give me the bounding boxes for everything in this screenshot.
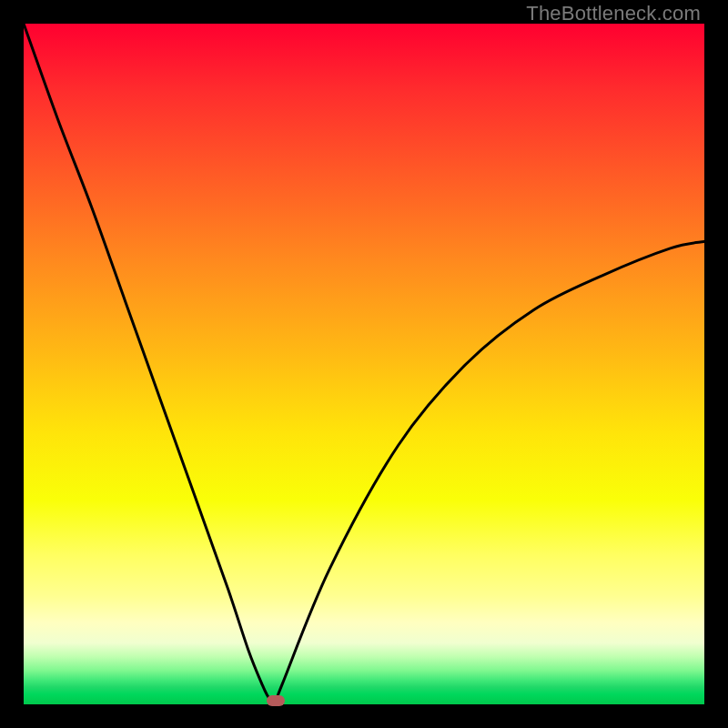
plot-area	[24, 24, 704, 704]
bottleneck-curve	[24, 24, 704, 702]
curve-layer	[24, 24, 704, 704]
optimal-point-marker	[267, 695, 285, 706]
watermark-text: TheBottleneck.com	[526, 2, 701, 25]
chart-frame: TheBottleneck.com	[0, 0, 728, 728]
